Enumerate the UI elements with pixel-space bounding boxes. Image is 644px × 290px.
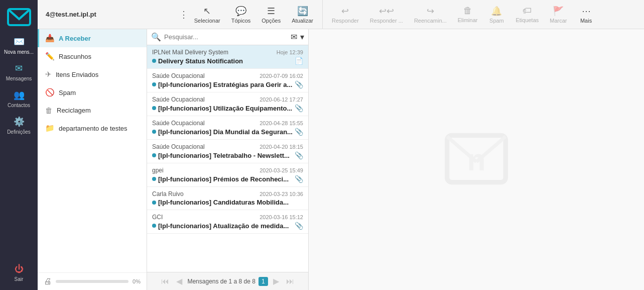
email-item[interactable]: Saúde Ocupacional 2020-07-09 16:02 [lpl-… — [147, 69, 308, 92]
atualizar-button[interactable]: 🔄 Atualizar — [287, 3, 318, 27]
preview-pane: n — [309, 29, 644, 290]
drafts-icon: ✏️ — [45, 52, 55, 61]
marcar-label: Marcar — [550, 18, 567, 24]
attachment-icon: 📎 — [295, 175, 303, 183]
more-icon: ⋯ — [582, 6, 591, 17]
sidebar-item-contactos[interactable]: 👥 Contactos — [0, 85, 38, 112]
filter-icon[interactable]: ✉ — [291, 32, 297, 42]
attachment-icon: 📎 — [295, 128, 303, 136]
folder-item-a-receber[interactable]: 📥 A Receber — [38, 29, 147, 47]
storage-bar — [56, 280, 128, 283]
opcoes-button[interactable]: ☰ Opções — [256, 3, 286, 27]
folder-item-rascunhos[interactable]: ✏️ Rascunhos — [38, 47, 147, 65]
compose-icon: ✉️ — [14, 36, 25, 47]
email-sender: Carla Ruivo — [152, 190, 184, 198]
sidebar-nav-label: Definições — [7, 129, 31, 135]
search-icon: 🔍 — [151, 32, 161, 42]
svg-line-1 — [10, 11, 18, 18]
mais-button[interactable]: ⋯ Mais — [573, 3, 599, 27]
email-date: 2020-03-16 15:12 — [260, 214, 303, 220]
folder-item-departamento[interactable]: 📁 departamento de testes — [38, 119, 147, 137]
unread-dot — [152, 153, 156, 157]
sidebar-nav-label: Mensagens — [6, 76, 32, 81]
topics-icon: 💬 — [235, 6, 246, 17]
middle-section: 📥 A Receber ✏️ Rascunhos ✈ Itens Enviado… — [38, 29, 644, 290]
settings-icon: ⚙️ — [14, 116, 25, 127]
unread-dot — [152, 82, 156, 86]
email-item[interactable]: Saúde Ocupacional 2020-04-28 15:55 [lpl-… — [147, 116, 308, 140]
etiquetas-button[interactable]: 🏷 Etiquetas — [510, 3, 544, 26]
responder-todos-button[interactable]: ↩↩ Responder ... — [365, 3, 408, 27]
account-email: 4@test.net.ipl.pt — [46, 11, 96, 18]
spam-button[interactable]: 🔔 Spam — [483, 3, 509, 27]
contacts-icon: 👥 — [14, 89, 25, 101]
current-page: 1 — [259, 277, 268, 286]
email-item[interactable]: IPLNet Mail Delivery System Hoje 12:39 D… — [147, 45, 308, 69]
toolbar: 4@test.net.ipl.pt ⋮ ↖ Selecionar 💬 Tópic… — [38, 0, 644, 29]
options-icon: ☰ — [267, 6, 275, 17]
email-date: 2020-06-12 17:27 — [260, 96, 303, 103]
sair-label: Sair — [15, 276, 24, 282]
folder-label: Reciclagem — [57, 107, 91, 114]
email-sender: gpei — [152, 167, 164, 174]
responder-button[interactable]: ↩ Responder — [327, 3, 364, 27]
unread-dot — [152, 224, 156, 228]
email-item[interactable]: Saúde Ocupacional 2020-04-20 18:15 [lpl-… — [147, 140, 308, 163]
selecionar-label: Selecionar — [194, 18, 220, 24]
folder-label: Itens Enviados — [56, 71, 98, 78]
messages-icon: ✉ — [15, 63, 23, 74]
last-page-button[interactable]: ⏭ — [284, 276, 296, 287]
search-input[interactable] — [164, 33, 288, 41]
attachment-icon: 📎 — [295, 151, 303, 159]
email-item[interactable]: Saúde Ocupacional 2020-06-12 17:27 [lpl-… — [147, 92, 308, 116]
mark-icon: 🚩 — [553, 6, 564, 17]
spam-folder-icon: 🚫 — [45, 88, 55, 97]
email-date: 2020-04-28 15:55 — [260, 120, 303, 126]
email-subject: [lpl-funcionarios] Dia Mundial da Segura… — [158, 128, 293, 136]
inbox-icon: 📥 — [45, 34, 55, 43]
folder-icon: 📁 — [45, 124, 55, 133]
sidebar-item-mensagens[interactable]: ✉ Mensagens — [0, 59, 38, 85]
trash-icon: 🗑 — [45, 106, 53, 115]
account-more-icon[interactable]: ⋮ — [179, 9, 188, 20]
email-item[interactable]: Carla Ruivo 2020-03-23 10:36 [lpl-funcio… — [147, 187, 308, 210]
email-sender: GCI — [152, 214, 163, 221]
folder-item-spam[interactable]: 🚫 Spam — [38, 83, 147, 102]
folder-label: Spam — [59, 89, 76, 96]
email-item[interactable]: gpei 2020-03-25 15:49 [lpl-funcionarios]… — [147, 163, 308, 187]
email-sender: Saúde Ocupacional — [152, 96, 205, 103]
sidebar-item-nova-mensagem[interactable]: ✉️ Nova mens... — [0, 32, 38, 59]
search-bar: 🔍 ✉ ▾ — [147, 29, 308, 45]
reencaminhar-button[interactable]: ↪ Reencamin... — [409, 3, 452, 27]
responder-todos-label: Responder ... — [370, 18, 403, 24]
folder-sidebar: 📥 A Receber ✏️ Rascunhos ✈ Itens Enviado… — [38, 29, 147, 290]
pagination-info: Mensagens de 1 a 8 de 8 — [187, 278, 255, 285]
sidebar-item-definicoes[interactable]: ⚙️ Definições — [0, 112, 38, 139]
sidebar-item-sair[interactable]: ⏻ Sair — [0, 260, 38, 286]
email-subject: [lpl-funcionarios] Estratégias para Geri… — [158, 81, 293, 88]
sidebar-nav-label: Nova mens... — [4, 49, 34, 55]
app-sidebar: ✉️ Nova mens... ✉ Mensagens 👥 Contactos … — [0, 0, 38, 290]
folder-label: departamento de testes — [59, 125, 127, 132]
first-page-button[interactable]: ⏮ — [159, 276, 171, 287]
toolbar-left: 4@test.net.ipl.pt ⋮ ↖ Selecionar 💬 Tópic… — [42, 0, 323, 29]
selecionar-button[interactable]: ↖ Selecionar — [189, 3, 225, 27]
eliminar-button[interactable]: 🗑 Eliminar — [453, 3, 483, 26]
toolbar-account: 4@test.net.ipl.pt ⋮ — [46, 9, 188, 20]
email-item[interactable]: GCI 2020-03-16 15:12 [lpl-funcionarios] … — [147, 210, 308, 234]
prev-page-button[interactable]: ◀ — [174, 275, 184, 287]
topicos-button[interactable]: 💬 Tópicos — [226, 3, 256, 27]
dropdown-icon[interactable]: ▾ — [300, 32, 304, 42]
forward-icon: ↪ — [427, 6, 434, 17]
sidebar-nav-label: Contactos — [8, 103, 30, 108]
main-content: 4@test.net.ipl.pt ⋮ ↖ Selecionar 💬 Tópic… — [38, 0, 644, 290]
document-icon: 📄 — [295, 57, 303, 65]
folder-item-itens-enviados[interactable]: ✈ Itens Enviados — [38, 65, 147, 83]
email-date: 2020-03-23 10:36 — [260, 191, 303, 197]
folder-item-reciclagem[interactable]: 🗑 Reciclagem — [38, 102, 147, 119]
marcar-button[interactable]: 🚩 Marcar — [545, 3, 572, 27]
refresh-icon: 🔄 — [297, 6, 308, 17]
next-page-button[interactable]: ▶ — [271, 275, 281, 287]
unread-dot — [152, 201, 156, 205]
unread-dot — [152, 177, 156, 181]
